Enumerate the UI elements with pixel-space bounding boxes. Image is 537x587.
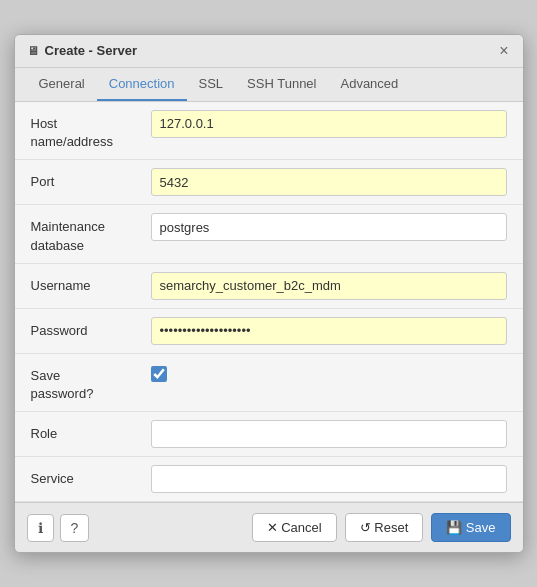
save-password-row: Savepassword? bbox=[15, 354, 523, 412]
tab-general[interactable]: General bbox=[27, 68, 97, 101]
create-server-dialog: 🖥 Create - Server × General Connection S… bbox=[14, 34, 524, 553]
footer-right: ✕ Cancel ↺ Reset 💾 Save bbox=[252, 513, 511, 542]
host-label: Hostname/address bbox=[31, 110, 151, 151]
username-label: Username bbox=[31, 272, 151, 295]
role-control bbox=[151, 420, 507, 448]
tab-connection[interactable]: Connection bbox=[97, 68, 187, 101]
save-button[interactable]: 💾 Save bbox=[431, 513, 510, 542]
host-input[interactable] bbox=[151, 110, 507, 138]
maintenance-db-control bbox=[151, 213, 507, 241]
maintenance-db-label: Maintenancedatabase bbox=[31, 213, 151, 254]
role-label: Role bbox=[31, 420, 151, 443]
save-password-control bbox=[151, 362, 507, 382]
server-icon: 🖥 bbox=[27, 44, 39, 58]
port-control bbox=[151, 168, 507, 196]
maintenance-db-row: Maintenancedatabase bbox=[15, 205, 523, 263]
port-label: Port bbox=[31, 168, 151, 191]
tabs-bar: General Connection SSL SSH Tunnel Advanc… bbox=[15, 68, 523, 102]
service-control bbox=[151, 465, 507, 493]
role-input[interactable] bbox=[151, 420, 507, 448]
tab-ssh-tunnel[interactable]: SSH Tunnel bbox=[235, 68, 328, 101]
save-password-label: Savepassword? bbox=[31, 362, 151, 403]
form-body: Hostname/address Port Maintenancedatabas… bbox=[15, 102, 523, 502]
cancel-button[interactable]: ✕ Cancel bbox=[252, 513, 337, 542]
footer-left: ℹ ? bbox=[27, 514, 90, 542]
reset-button[interactable]: ↺ Reset bbox=[345, 513, 424, 542]
service-input[interactable] bbox=[151, 465, 507, 493]
dialog-header: 🖥 Create - Server × bbox=[15, 35, 523, 68]
username-input[interactable] bbox=[151, 272, 507, 300]
password-row: Password bbox=[15, 309, 523, 354]
info-button[interactable]: ℹ bbox=[27, 514, 54, 542]
role-row: Role bbox=[15, 412, 523, 457]
save-password-checkbox-wrapper bbox=[151, 362, 507, 382]
maintenance-db-input[interactable] bbox=[151, 213, 507, 241]
host-control bbox=[151, 110, 507, 138]
port-row: Port bbox=[15, 160, 523, 205]
username-control bbox=[151, 272, 507, 300]
dialog-title-text: Create - Server bbox=[45, 43, 138, 58]
host-row: Hostname/address bbox=[15, 102, 523, 160]
service-row: Service bbox=[15, 457, 523, 502]
password-label: Password bbox=[31, 317, 151, 340]
service-label: Service bbox=[31, 465, 151, 488]
port-input[interactable] bbox=[151, 168, 507, 196]
save-password-checkbox[interactable] bbox=[151, 366, 167, 382]
dialog-footer: ℹ ? ✕ Cancel ↺ Reset 💾 Save bbox=[15, 502, 523, 552]
password-input[interactable] bbox=[151, 317, 507, 345]
tab-ssl[interactable]: SSL bbox=[187, 68, 236, 101]
password-control bbox=[151, 317, 507, 345]
username-row: Username bbox=[15, 264, 523, 309]
help-button[interactable]: ? bbox=[60, 514, 90, 542]
dialog-title: 🖥 Create - Server bbox=[27, 43, 138, 58]
tab-advanced[interactable]: Advanced bbox=[328, 68, 410, 101]
close-button[interactable]: × bbox=[497, 43, 510, 59]
